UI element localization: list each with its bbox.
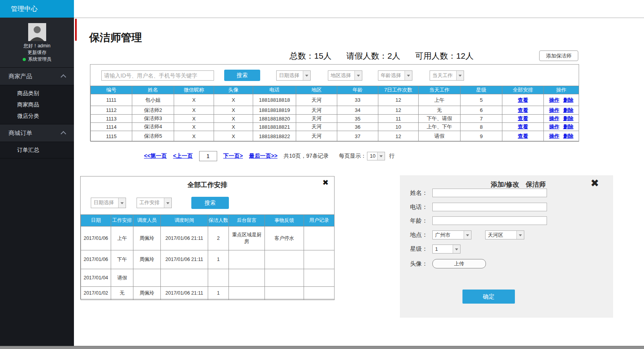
cell-phone: 18818818821: [253, 123, 296, 131]
view-link[interactable]: 查看: [518, 124, 528, 130]
sidebar-section-orders[interactable]: 商城订单: [0, 124, 74, 142]
add-cleaner-button[interactable]: 添加保洁师: [539, 50, 578, 61]
cell-phone: 18818818820: [253, 115, 296, 123]
per-page-unit: 行: [389, 153, 394, 160]
cell-cleaners: 1: [208, 250, 229, 269]
search-button[interactable]: 搜索: [224, 70, 260, 81]
delete-link[interactable]: 删除: [563, 124, 574, 130]
cell-schedule: 查看: [502, 106, 544, 115]
cell-region: 天河: [296, 106, 337, 115]
view-link[interactable]: 查看: [518, 133, 528, 139]
cell-name: 保洁师5: [132, 131, 174, 142]
district-select[interactable]: 天河区: [485, 230, 524, 239]
column-header: 7日工作次数: [378, 86, 419, 94]
sidebar-item-product-category[interactable]: 商品类别: [0, 88, 74, 99]
cell-avatar: X: [214, 131, 253, 142]
sidebar-section-products[interactable]: 商家产品: [0, 67, 74, 85]
name-input[interactable]: [432, 189, 547, 197]
horizontal-scrollbar[interactable]: [0, 346, 644, 349]
column-header: 全部安排: [502, 86, 544, 94]
per-page-label: 每页显示：: [339, 153, 366, 160]
edit-cleaner-panel: 添加/修改 保洁师 ✖ 姓名： 电话： 年龄： 地点： 广州市 天河区 星: [400, 175, 613, 318]
cell-today: 下午、请假: [419, 115, 461, 123]
stat-on-leave: 请假人数：2人: [346, 50, 400, 61]
view-link[interactable]: 查看: [518, 107, 528, 113]
date-filter-select[interactable]: 日期选择: [276, 70, 311, 81]
operate-link[interactable]: 操作: [549, 107, 559, 113]
operate-link[interactable]: 操作: [549, 133, 559, 139]
close-icon[interactable]: ✖: [322, 179, 329, 186]
operate-link[interactable]: 操作: [549, 97, 559, 103]
today-work-filter-select[interactable]: 当天工作: [430, 70, 464, 81]
age-field-row: 年龄：: [410, 216, 547, 225]
modal-date-select[interactable]: 日期选择: [91, 198, 126, 208]
per-page-select[interactable]: 10: [367, 152, 385, 160]
cell-region: 天河: [296, 123, 337, 131]
page-title: 保洁师管理: [89, 31, 142, 45]
column-header: 操作: [544, 86, 579, 94]
cell-feedback: [265, 250, 304, 269]
cell-phone: 18818818822: [253, 131, 296, 142]
cell-name: 保洁师3: [132, 115, 174, 123]
cell-time: 2017/01/06 21:11: [161, 250, 208, 269]
cell-week-count: 12: [378, 94, 419, 106]
header-divider: [74, 18, 644, 18]
delete-link[interactable]: 删除: [563, 115, 574, 121]
menu-group: 订单汇总: [0, 142, 74, 158]
first-page-link[interactable]: <<第一页: [144, 153, 167, 160]
confirm-button[interactable]: 确定: [462, 290, 515, 304]
view-link[interactable]: 查看: [518, 115, 528, 121]
delete-link[interactable]: 删除: [563, 97, 574, 103]
modal-search-button[interactable]: 搜索: [191, 197, 229, 209]
column-header: 后台留言: [229, 215, 265, 227]
last-page-link[interactable]: 最后一页>>: [249, 153, 277, 160]
prev-page-link[interactable]: <上一页: [173, 153, 192, 160]
page-number-input[interactable]: [199, 151, 217, 161]
delete-link[interactable]: 删除: [563, 133, 574, 139]
cell-id: 1112: [91, 106, 132, 115]
table-row: 1115 保洁师5 X X 18818818822 天河 37 12 请假 9 …: [91, 131, 579, 142]
modal-shift-select[interactable]: 工作安排: [137, 198, 172, 208]
star-select[interactable]: 1: [432, 245, 461, 254]
next-page-link[interactable]: 下一页>: [223, 153, 243, 160]
cell-stars: 5: [461, 94, 502, 106]
dropdown-arrow-icon: [377, 152, 385, 160]
cell-id: 1113: [91, 115, 132, 123]
sidebar-item-order-summary[interactable]: 订单汇总: [0, 144, 74, 156]
delete-link[interactable]: 删除: [563, 107, 574, 113]
cell-user-record: [304, 250, 335, 269]
upload-button[interactable]: 上传: [432, 259, 486, 268]
view-link[interactable]: 查看: [518, 97, 528, 103]
cell-memo: [229, 287, 265, 300]
search-input[interactable]: [101, 70, 214, 81]
red-scrollbar-thumb[interactable]: [75, 19, 77, 41]
column-header: 用户记录: [304, 215, 335, 227]
cell-wechat: X: [174, 106, 214, 115]
cell-dispatcher: 周佩玲: [133, 287, 161, 300]
sidebar-item-merchant-goods[interactable]: 商家商品: [0, 99, 74, 110]
age-input[interactable]: [432, 216, 547, 225]
column-header: 编号: [91, 86, 132, 94]
region-filter-select[interactable]: 地区选择: [328, 70, 362, 81]
column-header: 地区: [296, 86, 337, 94]
app-title-bar: 管理中心: [0, 0, 74, 18]
cell-region: 天河: [296, 94, 337, 106]
cell-wechat: X: [174, 115, 214, 123]
cell-date: 2017/01/06: [81, 227, 111, 250]
table-row: 2017/01/04 请假: [81, 269, 335, 287]
column-header: 星级: [461, 86, 502, 94]
cell-avatar: X: [214, 115, 253, 123]
city-select[interactable]: 广州市: [432, 230, 471, 239]
sidebar-item-shop-category[interactable]: 微店分类: [0, 110, 74, 122]
cell-user-record: [304, 287, 335, 300]
refresh-cache-link[interactable]: 更新缓存: [0, 49, 74, 56]
age-label: 年龄：: [410, 217, 432, 225]
phone-input[interactable]: [432, 203, 547, 211]
operate-link[interactable]: 操作: [549, 124, 559, 130]
age-filter-select[interactable]: 年龄选择: [378, 70, 412, 81]
table-row: 1112 保洁师2 X X 18818818819 天河 34 12 无 6 查…: [91, 106, 579, 115]
close-icon[interactable]: ✖: [590, 176, 599, 190]
table-row: 2017/01/02 无 周佩玲 2017/01/06 21:11 1: [81, 287, 335, 300]
table-row: 2017/01/06 上午 周佩玲 2017/01/06 21:11 2 重点区…: [81, 227, 335, 250]
operate-link[interactable]: 操作: [549, 115, 559, 121]
